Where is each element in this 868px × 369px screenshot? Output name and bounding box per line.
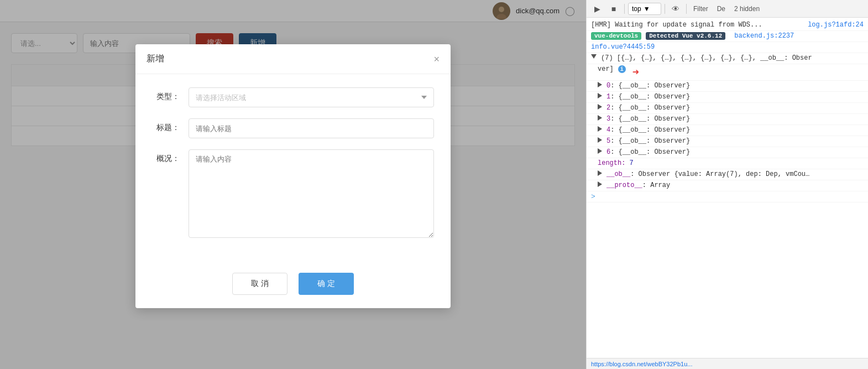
toolbar-divider3 [686,4,687,14]
console-item-4: 4: {__ob__: Observer} [587,125,868,136]
console-proto-line: __proto__: Array [587,180,868,191]
hmr-link[interactable]: log.js?1afd:24 [808,21,864,29]
expand-ob-icon[interactable] [598,170,602,176]
expand-0-icon[interactable] [598,82,602,87]
console-item-3: 3: {__ob__: Observer} [587,114,868,125]
form-row-title: 标题： [152,118,434,138]
title-label: 标题： [152,118,180,133]
expand-4-icon[interactable] [598,126,602,132]
bottom-link[interactable]: https://blog.csdn.net/webBY32Pb1u... [591,361,692,367]
info-link[interactable]: info.vue?4445:59 [591,43,655,51]
type-select[interactable]: 请选择活动区域 [189,87,434,107]
modal-footer: 取 消 确 定 [135,264,451,308]
item-2-text: 2: {__ob__: Observer} [606,104,864,112]
devtools-stop-icon[interactable]: ■ [606,2,621,16]
expand-5-icon[interactable] [598,137,602,143]
expand-3-icon[interactable] [598,115,602,121]
type-label: 类型： [152,87,180,102]
item-0-text: 0: {__ob__: Observer} [606,82,864,90]
expand-2-icon[interactable] [598,104,602,110]
devtools-toolbar: ▶ ■ top ▼ 👁 Filter De 2 hidden [587,0,868,18]
console-hmr-line: [HMR] Waiting for update signal from WDS… [587,20,868,31]
modal-title: 新增 [147,53,164,65]
expand-1-icon[interactable] [598,93,602,98]
form-row-type: 类型： 请选择活动区域 [152,87,434,107]
item-1-text: 1: {__ob__: Observer} [606,93,864,101]
modal-body: 类型： 请选择活动区域 标题： 概况： [135,74,451,264]
ver-text: ver] [591,65,614,73]
item-6-text: 6: {__ob__: Observer} [606,148,864,156]
ob-text: __ob__: Observer {value: Array(7), dep: … [606,170,864,178]
array-text: (7) [{…}, {…}, {…}, {…}, {…}, {…}, {…}, … [601,54,864,62]
context-value: top [632,5,641,13]
console-input-chevron: > [587,191,868,202]
console-ob-line: __ob__: Observer {value: Array(7), dep: … [587,169,868,180]
de-button[interactable]: De [714,3,729,15]
confirm-button[interactable]: 确 定 [299,273,354,295]
form-row-summary: 概况： [152,149,434,240]
devtools-console[interactable]: [HMR] Waiting for update signal from WDS… [587,18,868,358]
title-control-wrapper [189,118,434,138]
type-control-wrapper: 请选择活动区域 [189,87,434,107]
toolbar-divider [624,4,625,14]
expand-6-icon[interactable] [598,148,602,154]
backend-link[interactable]: backend.js:2237 [734,32,794,40]
info-badge: i [618,65,626,73]
modal-close-button[interactable]: × [433,54,440,64]
console-array-line: (7) [{…}, {…}, {…}, {…}, {…}, {…}, {…}, … [587,53,868,64]
console-vue-devtools-line: vue-devtools Detected Vue v2.6.12 backen… [587,31,868,42]
summary-label: 概况： [152,149,180,164]
eye-icon[interactable]: 👁 [668,2,683,16]
main-area: dick@qq.com ◯ 请选... 搜索 新增 类型 javascript [0,0,586,369]
modal-header: 新增 × [135,44,451,74]
devtools-play-icon[interactable]: ▶ [590,2,604,16]
red-arrow-indicator: ➜ [632,65,639,79]
context-dropdown[interactable]: top ▼ [628,3,661,15]
console-info-line: info.vue?4445:59 [587,42,868,53]
toolbar-divider2 [665,4,665,14]
expand-proto-icon[interactable] [598,181,602,187]
console-array-ver-line: ver] i ➜ [587,64,868,81]
item-4-text: 4: {__ob__: Observer} [606,126,864,134]
length-text: length: 7 [598,159,864,167]
console-length-line: length: 7 [587,158,868,169]
expand-icon[interactable] [591,54,597,59]
filter-button[interactable]: Filter [690,3,712,15]
devtools-panel: ▶ ■ top ▼ 👁 Filter De 2 hidden [HMR] Wai… [586,0,868,369]
proto-text: __proto__: Array [606,181,864,189]
console-item-1: 1: {__ob__: Observer} [587,92,868,103]
summary-control-wrapper [189,149,434,240]
modal-backdrop: 新增 × 类型： 请选择活动区域 标题： [0,0,586,369]
vue-devtools-badge: vue-devtools [591,32,641,40]
hmr-text: [HMR] Waiting for update signal from WDS… [591,21,801,29]
console-item-5: 5: {__ob__: Observer} [587,136,868,147]
console-item-0: 0: {__ob__: Observer} [587,81,868,92]
title-input[interactable] [189,118,434,138]
item-5-text: 5: {__ob__: Observer} [606,137,864,145]
modal-dialog: 新增 × 类型： 请选择活动区域 标题： [135,44,451,308]
console-item-2: 2: {__ob__: Observer} [587,103,868,114]
summary-textarea[interactable] [189,149,434,238]
item-3-text: 3: {__ob__: Observer} [606,115,864,123]
cancel-button[interactable]: 取 消 [232,273,287,295]
chevron-down-icon: ▼ [644,5,650,13]
detected-vue-badge: Detected Vue v2.6.12 [646,32,725,40]
hidden-badge: 2 hidden [731,4,763,14]
chevron-text: > [591,193,595,201]
console-item-6: 6: {__ob__: Observer} [587,147,868,158]
devtools-bottom-bar: https://blog.csdn.net/webBY32Pb1u... [587,358,868,369]
